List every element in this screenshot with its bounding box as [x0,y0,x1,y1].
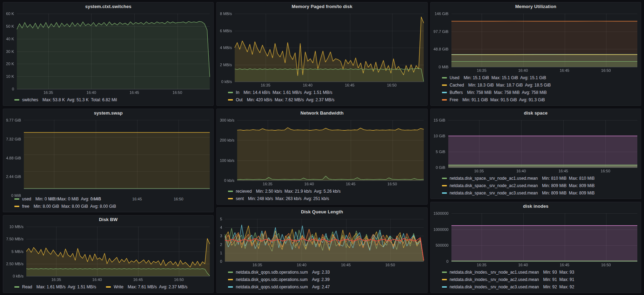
legend-series-label[interactable]: netdata.disk_qops.sdd.operations.sum [236,284,308,289]
legend-series-label[interactable]: netdata.disk_space._srv_node_ac3.used.me… [450,191,538,195]
x-axis-tick-label: 16:45 [341,262,351,267]
legend-series-color-marker[interactable] [106,286,111,288]
legend-item[interactable]: netdata.disk_qops.sdd.operations.sumAvg:… [228,283,424,290]
panel-title[interactable]: Memory Paged from/to disk [217,2,427,11]
legend-item[interactable]: OutMin: 420 kB/s Max: 7.62 MB/s Avg: 2.3… [228,96,424,103]
legend-series-label[interactable]: netdata.disk_qops.sdb.operations.sum [236,270,308,275]
legend-series-color-marker[interactable] [442,99,447,101]
dashboard-column-1: system.ctxt.switches 60 K50 K40 K30 K20 … [3,2,214,293]
legend-series-color-marker[interactable] [442,286,447,288]
legend-series-label[interactable]: Buffers [450,90,463,95]
x-axis-tick-label: 16:50 [601,262,611,267]
legend-series-label[interactable]: Out [236,97,242,102]
panel-title[interactable]: Disk Queue Length [217,208,427,216]
x-axis-tick-label: 16:50 [601,169,610,173]
legend-items: netdata.disk_qops.sdb.operations.sumAvg:… [228,268,424,290]
legend-item[interactable]: netdata.disk_space._srv_node_ac2.used.me… [442,182,638,189]
legend-series-color-marker[interactable] [442,77,447,78]
legend-series-stats: Min: 92 Max: 92 [543,284,575,289]
panel-title[interactable]: Disk BW [3,215,213,224]
chart-canvas[interactable] [431,11,641,73]
chart-canvas[interactable] [431,117,641,174]
chart-canvas[interactable] [431,211,641,268]
legend-series-color-marker[interactable] [228,92,233,93]
legend-item[interactable]: netdata.disk_inodes._srv_node_ac1.used.m… [442,268,638,276]
legend-item[interactable]: freeMin: 8.00 GiB Max: 8.00 GiB Avg: 8.0… [14,203,116,210]
legend-series-color-marker[interactable] [228,198,233,199]
legend-series-label[interactable]: Write [114,284,123,289]
legend-series-color-marker[interactable] [228,286,233,288]
legend-series-label[interactable]: netdata.disk_qops.sdc.operations.sum [236,277,308,282]
legend-series-label[interactable]: free [22,204,29,209]
legend-series-label[interactable]: netdata.disk_space._srv_node_ac1.used.me… [450,176,538,181]
chart-canvas[interactable] [217,117,427,187]
legend-item[interactable]: InMin: 14.4 kB/s Max: 1.61 MB/s Avg: 1.5… [228,89,424,96]
legend-series-label[interactable]: netdata.disk_space._srv_node_ac2.used.me… [450,183,538,188]
legend-item[interactable]: FreeMin: 91.1 GiB Max: 91.5 GiB Avg: 91.… [442,96,638,103]
legend-item[interactable]: netdata.disk_space._srv_node_ac3.used.me… [442,189,638,197]
y-axis-tick-label: 2 MB/s [217,62,232,67]
legend-series-label[interactable]: switches [22,97,38,102]
legend-series-color-marker[interactable] [14,99,19,101]
legend-series-color-marker[interactable] [228,191,233,192]
legend-item[interactable]: sentMin: 248 kb/s Max: 263 kb/s Avg: 251… [228,195,424,202]
legend-item[interactable]: netdata.disk_inodes._srv_node_ac2.used.m… [442,276,638,283]
x-axis-tick-label: 16:45 [132,197,142,201]
legend-series-label[interactable]: Free [450,97,458,102]
legend-series-color-marker[interactable] [442,192,447,194]
legend-items: InMin: 14.4 kB/s Max: 1.61 MB/s Avg: 1.5… [228,89,424,103]
legend-series-label[interactable]: recieved [236,189,251,194]
legend-item[interactable]: BuffersMin: 758 MiB Max: 758 MiB Avg: 75… [442,89,638,96]
y-axis-tick-label: 20 K [3,61,14,66]
legend-item[interactable]: UsedMin: 15.1 GiB Max: 15.1 GiB Avg: 15.… [442,74,638,81]
legend-series-label[interactable]: Cached [450,83,464,88]
legend-item[interactable]: switchesMax: 53.8 K Avg: 51.3 K Total: 6… [14,96,117,103]
legend-series-label[interactable]: Read [22,284,32,289]
legend-series-color-marker[interactable] [14,286,19,288]
legend-series-color-marker[interactable] [14,206,19,207]
legend-item[interactable]: netdata.disk_qops.sdb.operations.sumAvg:… [228,268,424,276]
legend-series-label[interactable]: netdata.disk_inodes._srv_node_ac3.used.m… [450,284,539,289]
chart-canvas[interactable] [3,224,213,282]
panel-title[interactable]: Network Bandwidth [217,109,427,117]
panel-title[interactable]: system.ctxt.switches [3,2,213,11]
panel-system-swap: system.swap 9.77 GiB7.32 GiB4.88 GiB2.44… [3,109,214,212]
legend-series-stats: Min: 91 Max: 91 [543,277,575,282]
panel-title[interactable]: disk inodes [431,202,641,211]
chart-canvas[interactable] [3,11,213,95]
legend-series-stats: Max: 7.61 MB/s Avg: 2.37 MB/s [128,284,188,289]
legend-series-color-marker[interactable] [442,92,447,93]
legend-series-color-marker[interactable] [442,272,447,273]
y-axis-tick-label: 7.32 GiB [3,137,21,142]
legend-series-color-marker[interactable] [442,178,447,179]
legend-series-color-marker[interactable] [228,99,233,101]
legend-item[interactable]: recievedMin: 2.50 kb/s Max: 21.9 kb/s Av… [228,187,424,195]
y-axis-tick-label: 60 K [3,11,14,16]
legend-series-color-marker[interactable] [442,185,447,186]
legend-item[interactable]: netdata.disk_qops.sdc.operations.sumAvg:… [228,276,424,283]
legend-series-color-marker[interactable] [442,84,447,86]
legend-series-color-marker[interactable] [442,279,447,280]
legend-series-color-marker[interactable] [14,198,19,200]
legend-series-label[interactable]: sent [236,196,244,201]
legend-item[interactable]: WriteMax: 7.61 MB/s Avg: 2.37 MB/s [106,283,187,290]
legend-series-color-marker[interactable] [228,279,233,280]
legend-series-label[interactable]: used [22,197,31,201]
chart-canvas[interactable] [3,117,213,194]
legend-series-label[interactable]: netdata.disk_inodes._srv_node_ac1.used.m… [450,270,539,275]
legend-item[interactable]: netdata.disk_inodes._srv_node_ac3.used.m… [442,283,638,290]
legend-series-label[interactable]: Used [450,75,459,80]
legend-item[interactable]: netdata.disk_space._srv_node_ac1.used.me… [442,174,638,182]
legend-series-label[interactable]: netdata.disk_inodes._srv_node_ac2.used.m… [450,277,539,282]
legend-series-color-marker[interactable] [228,272,233,273]
legend-series-label[interactable]: In [236,90,239,95]
chart-legend: InMin: 14.4 kB/s Max: 1.61 MB/s Avg: 1.5… [217,88,427,105]
y-axis-tick-label: 5 [217,217,222,221]
chart-canvas[interactable] [217,11,427,88]
panel-title[interactable]: system.swap [3,109,213,117]
panel-title[interactable]: disk space [431,109,641,117]
legend-item[interactable]: ReadMax: 1.61 MB/s Avg: 1.51 MB/s [14,283,96,290]
chart-canvas[interactable] [217,216,427,268]
legend-item[interactable]: CachedMin: 18.3 GiB Max: 18.7 GiB Avg: 1… [442,81,638,89]
panel-title[interactable]: Memory Utilization [431,2,641,11]
